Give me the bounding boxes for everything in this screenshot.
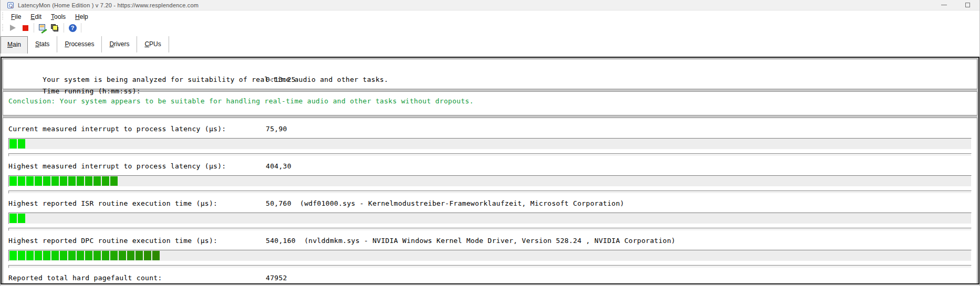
minimize-button[interactable] — [932, 0, 956, 10]
time-running-value: 0:13:25 — [266, 74, 296, 86]
bar-segment — [43, 251, 50, 260]
metric-row: Reported total hard pagefault count:4795… — [8, 273, 972, 284]
monitor-pen-icon — [38, 24, 47, 32]
bar-segment — [77, 251, 84, 260]
menu-items: FileEditToolsHelp — [6, 12, 93, 21]
play-icon — [10, 25, 16, 31]
bar-segment — [60, 176, 67, 186]
bar-segment — [51, 176, 59, 186]
conclusion-text: Conclusion: Your system appears to be su… — [8, 95, 972, 108]
bar-segment — [68, 176, 76, 186]
tab-bar: MainStatsProcessesDriversCPUs — [1, 34, 979, 57]
tab-drivers[interactable]: Drivers — [102, 36, 137, 52]
app-icon — [7, 2, 14, 8]
bar-segment — [60, 251, 67, 260]
bar-segment — [9, 139, 17, 149]
metric-row: Current measured interrupt to process la… — [8, 124, 972, 156]
tab-stats[interactable]: Stats — [28, 36, 57, 52]
bar-segment — [135, 251, 143, 260]
bar-segment — [152, 251, 160, 260]
metric-value: 50,760 (wdf01000.sys - Kernelmodustreibe… — [266, 198, 624, 209]
time-running-row: Time running (h:mm:ss): 0:13:25 — [8, 74, 972, 86]
toolbar-separator — [81, 23, 81, 33]
bar-segment — [77, 176, 84, 186]
latency-bar — [8, 213, 972, 224]
bar-segment — [9, 251, 17, 260]
metric-value: 540,160 (nvlddmkm.sys - NVIDIA Windows K… — [266, 236, 675, 246]
copy-report-button[interactable] — [49, 23, 61, 33]
menu-item-file[interactable]: File — [6, 12, 26, 22]
bar-segment — [85, 176, 92, 186]
metric-value: 47952 — [266, 273, 287, 283]
start-monitor-button[interactable] — [6, 23, 19, 33]
minimize-icon — [941, 5, 947, 5]
help-button[interactable]: ? — [66, 23, 79, 33]
question-mark-icon: ? — [69, 24, 77, 32]
metric-label: Highest reported DPC routine execution t… — [8, 237, 217, 245]
window-title: LatencyMon (Home Edition ) v 7.20 - http… — [18, 2, 199, 8]
bar-segment — [35, 176, 42, 186]
maximize-icon — [965, 3, 970, 7]
bar-segment — [127, 251, 134, 260]
bar-segment — [18, 139, 25, 149]
status-line: Your system is being analyzed for suitab… — [8, 62, 972, 74]
metrics-panel: Current measured interrupt to process la… — [3, 118, 977, 284]
latency-bar — [8, 138, 972, 150]
metric-row: Highest measured interrupt to process la… — [8, 161, 972, 194]
conclusion-panel: Conclusion: Your system appears to be su… — [3, 91, 977, 115]
metric-row: Highest reported DPC routine execution t… — [8, 236, 972, 268]
bar-segment — [110, 176, 118, 186]
metric-label: Current measured interrupt to process la… — [8, 125, 226, 133]
toolbar-gripper — [2, 24, 4, 31]
bar-segment — [102, 176, 109, 186]
separator-groove — [8, 153, 972, 156]
stop-icon — [23, 25, 28, 31]
bar-segment — [9, 214, 17, 223]
menu-item-help[interactable]: Help — [70, 12, 93, 22]
menubar-gripper — [2, 13, 4, 20]
separator-groove — [8, 228, 972, 231]
separator-groove — [8, 190, 972, 194]
tab-main[interactable]: Main — [1, 36, 28, 54]
bar-segment — [93, 176, 101, 186]
bar-segment — [85, 251, 92, 260]
metric-label: Highest reported ISR routine execution t… — [8, 199, 217, 207]
metric-row: Highest reported ISR routine execution t… — [8, 198, 972, 231]
bar-segment — [18, 176, 25, 186]
latencymon-window: LatencyMon (Home Edition ) v 7.20 - http… — [0, 0, 980, 286]
menu-item-tools[interactable]: Tools — [46, 12, 70, 22]
bar-segment — [51, 251, 59, 260]
bar-segment — [144, 251, 151, 260]
metric-value: 404,30 — [266, 161, 291, 172]
bar-segment — [68, 251, 76, 260]
latency-bar — [8, 175, 972, 187]
bar-segment — [102, 251, 109, 260]
metric-label: Reported total hard pagefault count: — [8, 274, 162, 282]
bar-segment — [110, 251, 118, 260]
bar-segment — [26, 176, 34, 186]
tab-cpus[interactable]: CPUs — [137, 36, 169, 52]
maximize-button[interactable] — [956, 0, 979, 10]
latency-bar — [8, 250, 972, 261]
toolbar: ? — [1, 22, 979, 34]
bar-segment — [26, 251, 34, 260]
bar-segment — [9, 176, 17, 186]
separator-groove — [8, 265, 972, 268]
bar-segment — [93, 251, 101, 260]
toolbar-separator — [34, 23, 34, 33]
toolbar-separator — [64, 23, 64, 33]
metric-value: 75,90 — [266, 124, 287, 134]
metric-label: Highest measured interrupt to process la… — [8, 162, 226, 170]
tab-processes[interactable]: Processes — [57, 36, 102, 52]
menu-item-edit[interactable]: Edit — [26, 12, 46, 22]
bar-segment — [119, 251, 126, 260]
bar-segment — [18, 251, 25, 260]
time-running-label: Time running (h:mm:ss): — [43, 87, 141, 95]
bar-segment — [18, 214, 25, 223]
main-report-area: Your system is being analyzed for suitab… — [1, 57, 979, 284]
stop-monitor-button[interactable] — [19, 23, 32, 33]
bar-segment — [43, 176, 50, 186]
caption-buttons — [932, 0, 979, 10]
bar-segment — [35, 251, 42, 260]
options-button[interactable] — [36, 23, 49, 33]
